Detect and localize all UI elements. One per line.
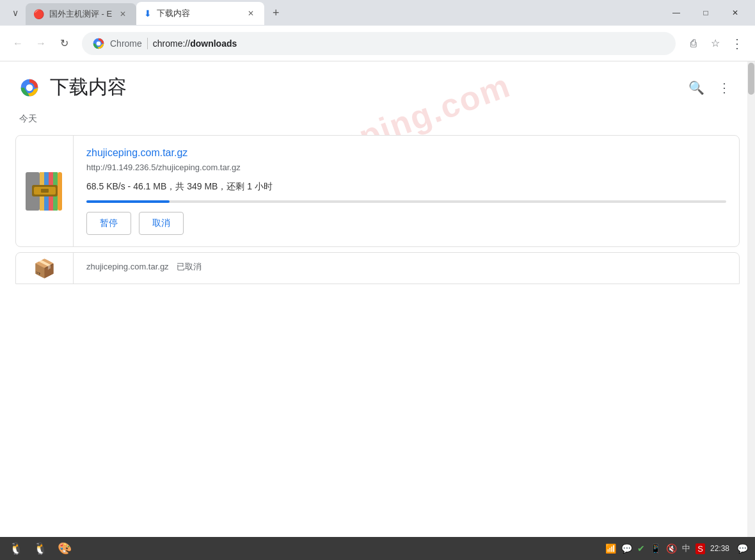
header-icons: 🔍 ⋮ (685, 76, 736, 99)
qq1-icon: 🐧 (9, 541, 23, 556)
pause-button[interactable]: 暂停 (86, 212, 131, 235)
downloads-header: 下载内容 🔍 ⋮ (0, 61, 755, 107)
section-label: 今天 (0, 107, 755, 130)
bookmark-button[interactable]: ☆ (705, 33, 726, 54)
cancel-button[interactable]: 取消 (139, 212, 184, 235)
partial-info: zhujiceping.com.tar.gz 已取消 (74, 253, 739, 284)
lang-icon[interactable]: 中 (682, 543, 690, 554)
progress-bar-container (86, 200, 726, 203)
tab-inactive-favicon: 🔴 (33, 9, 44, 19)
svg-rect-12 (41, 189, 49, 193)
minimize-button[interactable]: — (662, 0, 691, 26)
progress-bar-fill (86, 200, 170, 203)
page-content: 下载内容 🔍 ⋮ zhujiceping.com 今天 (0, 61, 755, 537)
svg-point-3 (26, 84, 33, 91)
chevron-btn[interactable]: ∨ (5, 0, 26, 26)
nav-bar: ← → ↻ Chrome chrome://downloads ⎙ ☆ ⋮ (0, 26, 755, 61)
check-icon[interactable]: ✔ (637, 543, 645, 554)
download-actions: 暂停 取消 (86, 212, 726, 235)
address-bar[interactable]: Chrome chrome://downloads (82, 32, 676, 55)
ime-icon[interactable]: S (695, 543, 705, 554)
address-app-name: Chrome (110, 38, 142, 49)
download-item-partial: 📦 zhujiceping.com.tar.gz 已取消 (15, 252, 740, 284)
search-downloads-button[interactable]: 🔍 (685, 76, 708, 99)
nav-right-icons: ⎙ ☆ ⋮ (683, 33, 747, 54)
scrollbar-track[interactable] (747, 61, 755, 537)
downloads-menu-button[interactable]: ⋮ (713, 76, 736, 99)
window-controls: — □ ✕ (662, 0, 750, 26)
share-button[interactable]: ⎙ (683, 33, 704, 54)
title-bar: ∨ 🔴 国外主机测评 - E ✕ ⬇ 下载内容 ✕ + — □ ✕ (0, 0, 755, 26)
forward-button[interactable]: → (31, 33, 51, 54)
taskbar-item-app3[interactable]: 🎨 (54, 540, 76, 557)
tab-active-favicon: ⬇ (144, 8, 152, 19)
back-button[interactable]: ← (8, 33, 28, 54)
partial-icon-area: 📦 (16, 253, 74, 284)
taskbar-item-qq2[interactable]: 🐧 (29, 540, 51, 557)
app3-icon: 🎨 (58, 541, 72, 556)
download-item: zhujiceping.com.tar.gz http://91.149.236… (15, 135, 740, 247)
reload-button[interactable]: ↻ (54, 33, 74, 54)
maximize-button[interactable]: □ (691, 0, 720, 26)
notification-button[interactable]: 💬 (735, 541, 750, 556)
device-icon[interactable]: 📱 (650, 543, 661, 554)
download-item-icon-area (16, 136, 74, 246)
winrar-icon (26, 172, 64, 211)
new-tab-button[interactable]: + (267, 4, 285, 22)
chrome-menu-button[interactable]: ⋮ (727, 33, 747, 54)
scrollbar-thumb[interactable] (748, 63, 754, 95)
tab-inactive-label: 国外主机测评 - E (49, 8, 112, 20)
chrome-logo (19, 77, 40, 98)
download-item-info: zhujiceping.com.tar.gz http://91.149.236… (74, 136, 739, 246)
tab-active-label: 下载内容 (157, 8, 190, 19)
taskbar: 🐧 🐧 🎨 📶 💬 ✔ 📱 🔇 中 S 22:38 💬 (0, 537, 755, 560)
download-filename-link[interactable]: zhujiceping.com.tar.gz (86, 147, 726, 159)
tab-active-close[interactable]: ✕ (245, 8, 257, 19)
qq2-icon: 🐧 (33, 541, 47, 556)
tab-inactive-close[interactable]: ✕ (117, 8, 129, 20)
partial-filename: zhujiceping.com.tar.gz (86, 262, 169, 271)
address-separator (147, 38, 148, 49)
close-button[interactable]: ✕ (720, 0, 750, 26)
partial-file-icon: 📦 (33, 258, 56, 279)
downloads-title-area: 下载内容 (19, 74, 127, 100)
taskbar-clock: 22:38 (710, 544, 729, 553)
tab-active[interactable]: ⬇ 下载内容 ✕ (136, 2, 264, 25)
download-url: http://91.149.236.5/zhujiceping.com.tar.… (86, 163, 726, 172)
svg-rect-9 (58, 172, 62, 211)
tab-inactive[interactable]: 🔴 国外主机测评 - E ✕ (26, 3, 136, 25)
wechat-icon[interactable]: 💬 (621, 543, 632, 554)
chrome-sphere-icon (92, 37, 105, 50)
svg-point-1 (97, 41, 101, 45)
partial-status: 已取消 (177, 262, 202, 271)
taskbar-item-qq1[interactable]: 🐧 (5, 540, 27, 557)
volume-icon[interactable]: 🔇 (666, 543, 677, 554)
taskbar-right: 📶 💬 ✔ 📱 🔇 中 S 22:38 💬 (605, 541, 750, 556)
page-title: 下载内容 (50, 74, 127, 100)
address-url: chrome://downloads (153, 38, 237, 49)
wifi-icon[interactable]: 📶 (605, 543, 616, 554)
download-status: 68.5 KB/s - 46.1 MB，共 349 MB，还剩 1 小时 (86, 181, 726, 193)
